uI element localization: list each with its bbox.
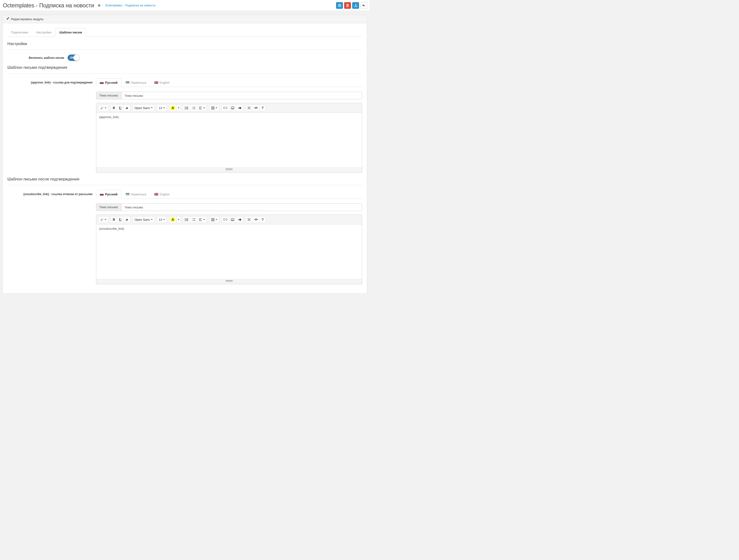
lang-tab-russian[interactable]: Русский: [96, 190, 121, 199]
russia-flag-icon: [100, 193, 104, 196]
tab-subscribers[interactable]: Подписчики: [7, 28, 32, 37]
editor-toolbar: B U Open Sans 13 A: [96, 215, 362, 224]
module-tabs: Подписчики Настройки Шаблон писем: [7, 28, 362, 37]
font-color-dropdown-button[interactable]: [176, 216, 181, 223]
style-magic-button[interactable]: [98, 216, 108, 223]
paragraph-align-button[interactable]: [197, 105, 207, 111]
home-icon[interactable]: [98, 4, 101, 7]
lang-tab-label: Українська: [131, 81, 146, 84]
enable-template-row: Включить шаблон писем ON: [7, 54, 362, 61]
breadcrumb: › Octemplates - Подписка на новости: [98, 4, 155, 7]
united-kingdom-flag-icon: [154, 193, 158, 196]
link-button[interactable]: [221, 105, 229, 111]
resize-grip-icon: [226, 169, 233, 170]
breadcrumb-link[interactable]: Octemplates - Подписка на новости: [105, 4, 155, 7]
lang-tab-ukrainian[interactable]: Українська: [122, 190, 150, 199]
video-button[interactable]: [236, 105, 243, 111]
post-confirmation-template-heading: Шаблон письма после подтверждения: [7, 177, 362, 185]
eraser-icon: [125, 106, 129, 110]
picture-icon: [231, 106, 234, 110]
download-icon: [354, 4, 357, 7]
trash-icon: [346, 4, 349, 7]
tab-letter-templates[interactable]: Шаблон писем: [55, 28, 86, 37]
bold-button[interactable]: B: [111, 216, 117, 223]
fullscreen-icon: [247, 106, 251, 110]
install-button[interactable]: [352, 2, 359, 9]
link-button[interactable]: [221, 216, 229, 223]
enable-template-toggle[interactable]: ON: [67, 54, 79, 61]
font-color-button[interactable]: A: [169, 216, 177, 223]
editor-content[interactable]: {approve_link}: [96, 113, 362, 167]
confirmation-template-section: {approve_link} - ссылка для подтверждени…: [7, 78, 362, 173]
editor-resize-handle[interactable]: [96, 279, 362, 284]
ordered-list-button[interactable]: 12: [190, 105, 197, 111]
eraser-button[interactable]: [123, 105, 130, 111]
font-family-button[interactable]: Open Sans: [133, 216, 155, 223]
save-button[interactable]: [336, 2, 343, 9]
editor-content[interactable]: {unsubscribe_link}: [96, 224, 362, 279]
reply-arrow-icon: [362, 4, 365, 7]
ukraine-flag-icon: [126, 81, 130, 84]
unordered-list-button[interactable]: [183, 216, 190, 223]
align-left-icon: [199, 218, 202, 221]
lang-tab-label: English: [160, 193, 170, 196]
font-color-dropdown-button[interactable]: [176, 105, 181, 111]
edit-module-panel: Редактировать модуль Подписчики Настройк…: [2, 15, 367, 294]
editor-resize-handle[interactable]: [96, 167, 362, 172]
svg-text:2: 2: [192, 108, 193, 110]
underline-button[interactable]: U: [117, 105, 124, 111]
codeview-button[interactable]: </>: [252, 105, 260, 111]
fullscreen-button[interactable]: [246, 216, 253, 223]
ordered-list-button[interactable]: 12: [190, 216, 197, 223]
font-color-button[interactable]: A: [169, 105, 177, 111]
paragraph-align-button[interactable]: [197, 216, 207, 223]
table-icon: [211, 218, 214, 221]
help-button[interactable]: ?: [259, 105, 266, 111]
subject-label: Тема письма:: [96, 92, 121, 99]
tab-settings[interactable]: Настройки: [32, 28, 55, 37]
back-button[interactable]: [360, 2, 367, 9]
font-family-button[interactable]: Open Sans: [133, 105, 155, 111]
panel-title: Редактировать модуль: [11, 17, 43, 21]
help-button[interactable]: ?: [259, 216, 266, 223]
page-content: Редактировать модуль Подписчики Настройк…: [0, 11, 370, 298]
align-left-icon: [199, 107, 202, 110]
page-title: Octemplates - Подписка на новости: [3, 2, 94, 9]
russia-flag-icon: [100, 81, 104, 84]
svg-text:2: 2: [192, 220, 193, 221]
language-tabs: Русский Українська English: [96, 190, 362, 199]
underline-button[interactable]: U: [117, 216, 124, 223]
codeview-button[interactable]: </>: [252, 216, 260, 223]
unordered-list-button[interactable]: [183, 105, 190, 111]
picture-button[interactable]: [229, 216, 236, 223]
table-button[interactable]: [209, 216, 219, 223]
delete-button[interactable]: [344, 2, 351, 9]
editor-toolbar: B U Open Sans 13 A: [96, 103, 362, 113]
lang-tab-english[interactable]: English: [151, 78, 174, 87]
lang-tab-english[interactable]: English: [151, 190, 174, 199]
font-size-button[interactable]: 13: [157, 216, 167, 223]
unordered-list-icon: [185, 107, 188, 110]
picture-button[interactable]: [229, 105, 236, 111]
font-size-button[interactable]: 13: [157, 105, 167, 111]
table-button[interactable]: [209, 105, 219, 111]
toggle-on-label: ON: [70, 55, 73, 61]
fullscreen-button[interactable]: [246, 105, 253, 111]
eraser-button[interactable]: [123, 216, 130, 223]
subject-input-group: Тема письма:: [96, 92, 362, 99]
lang-tab-ukrainian[interactable]: Українська: [122, 78, 150, 87]
style-magic-button[interactable]: [98, 105, 108, 111]
toggle-knob[interactable]: [73, 54, 80, 61]
approve-link-label: {approve_link} - ссылка для подтверждени…: [7, 78, 96, 84]
subject-label: Тема письма:: [96, 203, 121, 211]
panel-header: Редактировать модуль: [3, 15, 367, 23]
panel-body: Подписчики Настройки Шаблон писем Настро…: [3, 23, 367, 293]
subject-input[interactable]: [121, 92, 362, 99]
post-confirmation-template-section: {unsubscribe_link} - ссылка отписки от р…: [7, 190, 362, 284]
bold-button[interactable]: B: [111, 105, 117, 111]
subject-input-group: Тема письма:: [96, 203, 362, 211]
lang-tab-russian[interactable]: Русский: [96, 78, 121, 87]
page-header: Octemplates - Подписка на новости › Octe…: [0, 0, 370, 11]
subject-input[interactable]: [121, 203, 362, 211]
video-button[interactable]: [236, 216, 243, 223]
